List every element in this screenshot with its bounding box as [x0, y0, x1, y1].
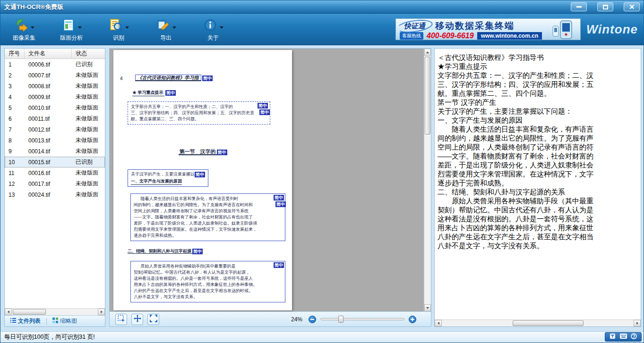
file-row[interactable]: 2 00007.tif 未做版面 [5, 70, 105, 81]
section2-heading: 二、结绳、契刻和八卦与汉字起源 [128, 249, 192, 254]
file-row[interactable]: 3 00008.tif 未做版面 [5, 81, 105, 92]
export-button[interactable]: 导出 [151, 17, 181, 42]
zoom-slider-thumb[interactable] [338, 316, 343, 323]
column-header-filename[interactable]: 文件名 [25, 49, 72, 59]
file-list-hscrollbar[interactable] [5, 308, 105, 315]
preview-toolbar: 24% [110, 311, 431, 326]
ocr-text-line: 用来占卜吉凶的算筹的各种排列方式，用来象征世 [438, 223, 639, 232]
tab-file-list[interactable]: 文件列表 [8, 316, 43, 326]
hscroll-track[interactable] [12, 309, 98, 315]
ocr-text-line: 原始人类曾采用各种实物辅助手段（其中最重 [438, 196, 639, 205]
about-button[interactable]: 关于 [198, 17, 228, 42]
scroll-down-button[interactable] [424, 304, 431, 311]
pan-icon [134, 315, 141, 324]
fit-screen-button[interactable] [147, 314, 159, 325]
pan-button[interactable] [131, 314, 143, 325]
keyboard-icon[interactable] [620, 334, 627, 340]
language-icon[interactable] [610, 333, 616, 341]
dropdown-arrow-icon[interactable] [78, 26, 82, 29]
select-region-button[interactable] [115, 314, 127, 325]
image-capture-button[interactable]: 图像采集 [9, 17, 39, 42]
close-button[interactable] [624, 2, 640, 11]
service-phone: 400-609-6619 [427, 32, 474, 40]
file-no: 5 [5, 105, 25, 111]
file-row[interactable]: 7 00012.tif 未做版面 [5, 124, 105, 135]
ocr-text-area[interactable]: ＜古代汉语知识教程》学习指导书★学习重点提示文字部分共五章：一、汉字的产生和性质… [435, 49, 641, 319]
hscroll-track[interactable] [442, 320, 634, 326]
page-text-line: 随着人类生活的日益丰富和复杂化，有声语言受到时 [134, 196, 282, 202]
file-no: 8 [5, 137, 25, 144]
file-no: 9 [5, 148, 25, 155]
file-no: 11 [5, 170, 25, 176]
tab-thumbnail[interactable]: 缩略图 [50, 316, 80, 326]
file-name: 00010.tif [25, 105, 72, 111]
page-text-line: 用来占卜吉凶的算筹的各种排列方式，用来象征世上的各种事物。 [134, 282, 282, 288]
zoom-in-button[interactable] [409, 316, 416, 323]
zoom-out-button[interactable] [309, 316, 316, 323]
file-status: 未做版面 [72, 104, 105, 112]
recognize-icon [109, 18, 123, 32]
title-bar[interactable]: 文通TH-OCR®免费版 [0, 0, 644, 14]
page-text-line: 一、文字产生与发展的原因 [131, 178, 182, 185]
file-name: 00006.tif [25, 61, 72, 68]
file-row[interactable]: 4 00009.tif 未做版面 [5, 92, 105, 102]
file-status: 已识别 [72, 60, 105, 68]
file-row[interactable]: 10 00015.tif 已识别 [5, 157, 105, 167]
zoom-slider[interactable] [320, 318, 404, 320]
document-page[interactable]: 4 《古代汉语知识教程》学习指 简中 ★ 学习重点提示 简中 文字部分共五章：一… [113, 50, 292, 310]
tab-separator [46, 318, 47, 325]
ocr-text-line: 文字部分共五章：一、汉字的产生和性质；二、汉 [438, 71, 639, 80]
file-row[interactable]: 11 00016.tif 未做版面 [5, 167, 105, 178]
ad-banner[interactable]: 快证通 移动数据采集终端 客服热线 400-609-6619 www.winto… [395, 18, 581, 40]
preview-canvas[interactable]: 4 《古代汉语知识教程》学习指 简中 ★ 学习重点提示 简中 文字部分共五章：一… [110, 49, 431, 311]
hscroll-thumb[interactable] [13, 309, 46, 315]
layout-analysis-icon [61, 18, 76, 32]
preview-vscrollbar[interactable] [424, 49, 431, 311]
ocr-hscrollbar[interactable] [435, 319, 641, 326]
arrow-up-icon [426, 51, 429, 53]
file-row[interactable]: 8 00013.tif 未做版面 [5, 135, 105, 146]
maximize-button[interactable] [597, 2, 613, 11]
scroll-left-button[interactable] [5, 309, 12, 315]
help-icon[interactable] [631, 333, 637, 341]
file-row[interactable]: 12 00017.tif 未做版面 [5, 178, 105, 189]
arrow-left-icon [438, 322, 439, 325]
ocr-text-panel: ＜古代汉语知识教程》学习指导书★学习重点提示文字部分共五章：一、汉字的产生和性质… [434, 48, 641, 327]
scroll-right-button[interactable] [98, 309, 105, 315]
dropdown-arrow-icon[interactable] [172, 26, 176, 29]
vscroll-thumb[interactable] [425, 57, 430, 134]
ocr-text-line: 空间上的局限，人类最终创制了记录有声语言的符 [438, 142, 639, 151]
ime-toolbar[interactable] [605, 332, 642, 342]
file-name: 00017.tif [25, 181, 72, 187]
file-row[interactable]: 1 00006.tif 已识别 [5, 59, 105, 70]
file-row[interactable]: 13 00024.tif 未做版面 [5, 189, 105, 200]
scroll-right-button[interactable] [634, 320, 641, 326]
vscroll-track[interactable] [424, 56, 431, 304]
layout-analysis-button[interactable]: 版面分析 [56, 17, 86, 42]
file-no: 13 [5, 192, 25, 198]
scroll-up-button[interactable] [424, 49, 431, 56]
maximize-icon [603, 5, 608, 9]
column-header-status[interactable]: 状态 [72, 50, 105, 58]
dropdown-arrow-icon[interactable] [31, 26, 34, 29]
page-text-line: 契刻)帮助记忆。中国古代还有八卦，有人认为是文字的起源， [134, 269, 282, 276]
column-header-no[interactable]: 序号 [5, 49, 25, 59]
dropdown-arrow-icon[interactable] [125, 26, 129, 29]
hscroll-thumb[interactable] [513, 320, 584, 326]
app-window: 文通TH-OCR®免费版 图像 [0, 0, 644, 343]
file-row[interactable]: 6 00011.tif 未做版面 [5, 113, 105, 124]
file-row[interactable]: 5 00010.tif 未做版面 [5, 102, 105, 113]
minimize-button[interactable] [571, 2, 587, 11]
lang-badge: 简中 [275, 201, 286, 207]
file-name: 00024.tif [25, 192, 72, 198]
page-header-title: 《古代汉语知识教程》学习指 [135, 75, 201, 81]
file-status: 未做版面 [72, 136, 105, 144]
file-row[interactable]: 9 00014.tif 未做版面 [5, 146, 105, 157]
ocr-text-line: ——文字。随着物质财富有了剩余，社会对财富的 [438, 151, 639, 160]
recognize-button[interactable]: 识别 [103, 17, 134, 42]
ocr-text-line: 第一节 汉字的产生 [438, 98, 639, 107]
quota-status-text: 每日可识别100页，尚可识别31 页! [4, 333, 95, 341]
file-name: 00009.tif [25, 94, 72, 100]
dropdown-arrow-icon[interactable] [220, 26, 223, 29]
scroll-left-button[interactable] [435, 320, 442, 326]
